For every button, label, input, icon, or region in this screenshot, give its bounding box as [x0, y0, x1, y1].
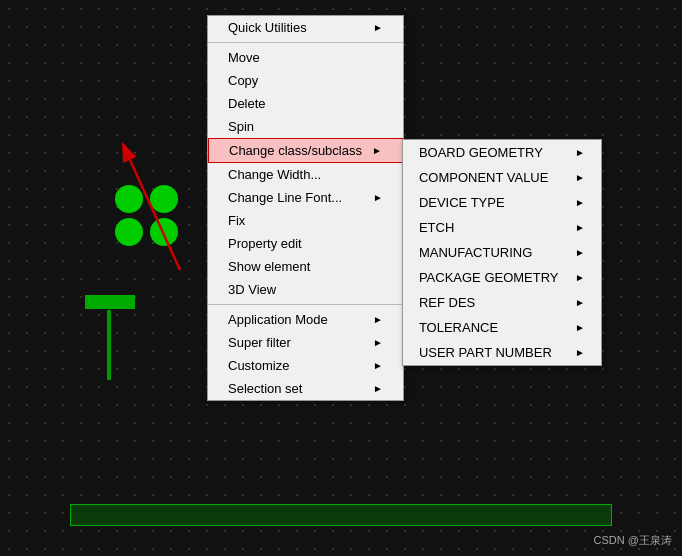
- menu-item-copy[interactable]: Copy: [208, 69, 403, 92]
- submenu-arrow-icon: ►: [575, 222, 585, 233]
- menu-separator: [208, 42, 403, 43]
- watermark-text: CSDN @王泉涛: [594, 533, 672, 548]
- submenu-arrow-icon: ►: [373, 383, 383, 394]
- submenu-item-etch[interactable]: ETCH ►: [403, 215, 601, 240]
- menu-item-spin[interactable]: Spin: [208, 115, 403, 138]
- menu-item-fix[interactable]: Fix: [208, 209, 403, 232]
- submenu-arrow-icon: ►: [373, 192, 383, 203]
- submenu-arrow-icon: ►: [575, 322, 585, 333]
- submenu-arrow-icon: ►: [575, 197, 585, 208]
- submenu-item-device-type[interactable]: DEVICE TYPE ►: [403, 190, 601, 215]
- pcb-trace: [107, 310, 111, 350]
- menu-item-super-filter[interactable]: Super filter ►: [208, 331, 403, 354]
- submenu-arrow-icon: ►: [373, 22, 383, 33]
- submenu-arrow-icon: ►: [575, 347, 585, 358]
- menu-item-delete[interactable]: Delete: [208, 92, 403, 115]
- submenu-item-tolerance[interactable]: TOLERANCE ►: [403, 315, 601, 340]
- menu-item-change-class-subclass[interactable]: Change class/subclass ► BOARD GEOMETRY ►…: [208, 138, 403, 163]
- submenu-item-user-part-number[interactable]: USER PART NUMBER ►: [403, 340, 601, 365]
- submenu-arrow-icon: ►: [575, 297, 585, 308]
- submenu-item-ref-des[interactable]: REF DES ►: [403, 290, 601, 315]
- menu-item-show-element[interactable]: Show element: [208, 255, 403, 278]
- svg-line-1: [130, 160, 180, 270]
- submenu-item-manufacturing[interactable]: MANUFACTURING ►: [403, 240, 601, 265]
- submenu-arrow-icon: ►: [575, 247, 585, 258]
- pcb-component: [85, 295, 135, 309]
- menu-item-customize[interactable]: Customize ►: [208, 354, 403, 377]
- menu-item-selection-set[interactable]: Selection set ►: [208, 377, 403, 400]
- menu-separator: [208, 304, 403, 305]
- bottom-status-bar: [70, 504, 612, 526]
- submenu-arrow-icon: ►: [373, 360, 383, 371]
- main-context-menu: Quick Utilities ► Move Copy Delete Spin …: [207, 15, 404, 401]
- submenu-arrow-icon: ►: [575, 272, 585, 283]
- submenu-item-component-value[interactable]: COMPONENT VALUE ►: [403, 165, 601, 190]
- submenu-arrow-icon: ►: [575, 172, 585, 183]
- menu-item-change-width[interactable]: Change Width...: [208, 163, 403, 186]
- arrow-indicator: [100, 140, 220, 280]
- submenu-item-package-geometry[interactable]: PACKAGE GEOMETRY ►: [403, 265, 601, 290]
- subclass-submenu: BOARD GEOMETRY ► COMPONENT VALUE ► DEVIC…: [402, 139, 602, 366]
- submenu-arrow-icon: ►: [372, 145, 382, 156]
- menu-item-move[interactable]: Move: [208, 46, 403, 69]
- submenu-arrow-icon: ►: [575, 147, 585, 158]
- submenu-arrow-icon: ►: [373, 314, 383, 325]
- pcb-trace: [107, 350, 111, 380]
- submenu-item-board-geometry[interactable]: BOARD GEOMETRY ►: [403, 140, 601, 165]
- menu-item-3d-view[interactable]: 3D View: [208, 278, 403, 301]
- menu-item-change-line-font[interactable]: Change Line Font... ►: [208, 186, 403, 209]
- submenu-arrow-icon: ►: [373, 337, 383, 348]
- menu-item-application-mode[interactable]: Application Mode ►: [208, 308, 403, 331]
- menu-item-quick-utilities[interactable]: Quick Utilities ►: [208, 16, 403, 39]
- menu-item-property-edit[interactable]: Property edit: [208, 232, 403, 255]
